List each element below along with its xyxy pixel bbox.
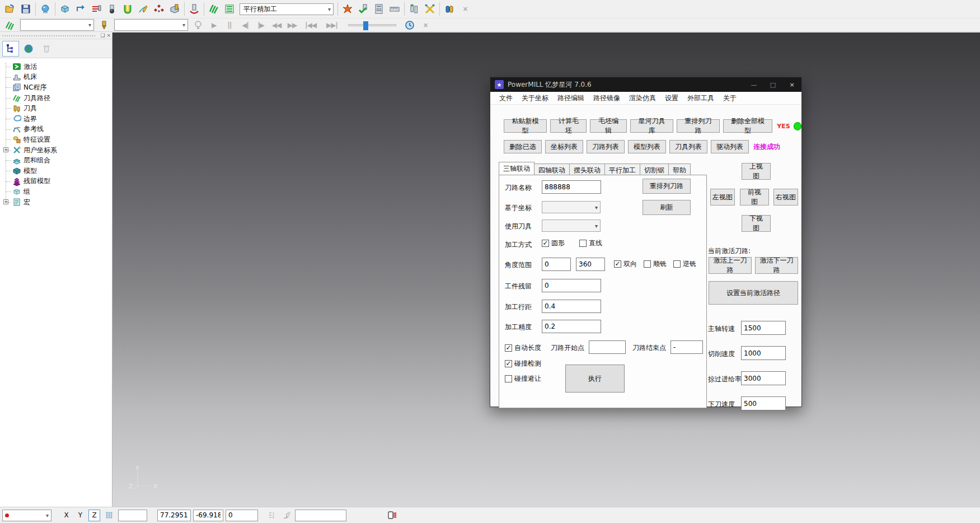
points-button[interactable]	[151, 2, 167, 16]
skim-feed-input[interactable]	[741, 371, 786, 385]
coord-list-toggle[interactable]: xyz	[266, 509, 278, 521]
undercut-button[interactable]	[186, 2, 202, 16]
spindle-speed-input[interactable]	[741, 321, 786, 335]
auto-length-checkbox[interactable]: ✓自动长度	[505, 343, 541, 353]
toolpath-list-button[interactable]	[222, 2, 237, 16]
minimize-button[interactable]: —	[744, 77, 763, 92]
strategy-fox-button[interactable]	[340, 2, 355, 16]
tab-swivel-head[interactable]: 摆头联动	[569, 164, 605, 175]
menu-settings[interactable]: 设置	[660, 94, 683, 103]
tree-item-workplanes[interactable]: +用户坐标系	[3, 145, 112, 156]
method-circle-checkbox[interactable]: ✓圆形	[542, 239, 565, 248]
rewind-button[interactable]: ◀◀	[269, 20, 284, 31]
menu-path-mirror[interactable]: 路径镜像	[589, 94, 625, 103]
method-line-checkbox[interactable]: 直线	[579, 239, 602, 248]
menu-external-tools[interactable]: 外部工具	[683, 94, 719, 103]
step-back-button[interactable]: ◀|	[237, 20, 253, 31]
tree-item-stock-models[interactable]: 残留模型	[3, 176, 112, 187]
simulation-speed-slider[interactable]	[348, 24, 396, 26]
anchor-point-button[interactable]	[280, 509, 293, 521]
stepover-input[interactable]	[542, 300, 601, 313]
simulation-toolpath-combobox[interactable]: ▾	[20, 19, 94, 31]
collision-avoid-checkbox[interactable]: 碰撞避让	[505, 374, 541, 384]
collision-check-checkbox[interactable]: ✓碰撞检测	[505, 359, 541, 368]
tree-item-feature-sets[interactable]: 特征设置	[3, 134, 112, 145]
explorer-trash-tab[interactable]	[38, 41, 55, 57]
toolpath-list-button[interactable]: 刀路列表	[587, 140, 625, 153]
paste-model-button[interactable]: 粘贴新模型	[504, 119, 547, 133]
explorer-tree-tab[interactable]	[2, 41, 19, 57]
angle-to-input[interactable]	[576, 258, 605, 271]
play-button[interactable]: ▶	[206, 20, 222, 31]
tree-item-machine[interactable]: 机床	[3, 72, 112, 83]
open-project-button[interactable]	[2, 2, 18, 16]
tool-list-button[interactable]: 刀具列表	[669, 140, 707, 153]
plunge-speed-input[interactable]	[741, 396, 786, 410]
viewmill-button[interactable]	[37, 2, 53, 16]
pattern-button[interactable]	[135, 2, 151, 16]
axis-x-toggle[interactable]: X	[60, 510, 72, 521]
tree-item-levels-sets[interactable]: 层和组合	[3, 155, 112, 166]
menu-path-edit[interactable]: 路径编辑	[553, 94, 589, 103]
dialog-titlebar[interactable]: ★ PowerMILL 忆梦星河 7.0.6 — □ ×	[490, 77, 801, 92]
axis-y-toggle[interactable]: Y	[74, 510, 86, 521]
simulation-tool-button[interactable]	[96, 20, 112, 31]
menu-about-coords[interactable]: 关于坐标	[517, 94, 553, 103]
rearrange-button[interactable]: 重排列刀路	[643, 179, 691, 194]
block-button[interactable]	[57, 2, 73, 16]
nc-program-settings-button[interactable]	[88, 2, 104, 16]
menu-render-sim[interactable]: 渲染仿真	[625, 94, 660, 103]
activate-next-toolpath-button[interactable]: 激活下一刀路	[755, 257, 798, 274]
simulation-logo-button[interactable]	[2, 20, 18, 31]
view-right-button[interactable]: 右视图	[773, 189, 798, 206]
coord-select[interactable]: ▾	[542, 201, 601, 213]
tool-library-button[interactable]: 星河刀具库	[630, 119, 673, 133]
fast-forward-button[interactable]: ▶▶	[284, 20, 300, 31]
close-button[interactable]: ×	[782, 77, 801, 92]
angle-from-input[interactable]	[542, 258, 571, 271]
tree-item-nc-programs[interactable]: NC程序	[3, 82, 112, 93]
toolpath-box-button[interactable]	[167, 2, 182, 16]
tool-ball-button[interactable]	[104, 2, 120, 16]
grid-size-input[interactable]	[118, 510, 147, 521]
cursor-x-input[interactable]	[157, 510, 191, 521]
clipboard-status-button[interactable]	[385, 509, 398, 521]
simulation-close-button[interactable]: ×	[418, 20, 433, 31]
view-top-button[interactable]: 上视图	[742, 163, 771, 180]
item-color-combobox[interactable]: ▾	[2, 510, 51, 521]
compare-models-button[interactable]	[442, 2, 457, 16]
tree-item-patterns[interactable]: 参考线	[3, 124, 112, 135]
menu-file[interactable]: 文件	[495, 94, 517, 103]
calc-stock-button[interactable]: 计算毛坯	[550, 119, 587, 133]
go-to-end-button[interactable]: ▶▶|	[321, 20, 343, 31]
stock-input[interactable]	[542, 279, 601, 292]
toolbar-close-button[interactable]: ×	[457, 2, 473, 16]
tree-item-tools[interactable]: 刀具	[3, 103, 112, 114]
save-project-button[interactable]	[18, 2, 34, 16]
bidirectional-checkbox[interactable]: ✓双向	[614, 259, 637, 269]
edit-stock-button[interactable]: 毛坯编辑	[590, 119, 627, 133]
tree-item-models[interactable]: 模型	[3, 166, 112, 176]
toolpath-name-input[interactable]	[542, 180, 601, 194]
slider-handle[interactable]	[363, 21, 368, 30]
delete-all-models-button[interactable]: 删除全部模型	[723, 119, 772, 133]
view-front-button[interactable]: 前视图	[740, 189, 769, 206]
set-active-path-button[interactable]: 设置当前激活路径	[709, 281, 798, 305]
cursor-z-input[interactable]	[226, 510, 258, 521]
tree-item-toolpaths[interactable]: 刀具路径	[3, 93, 112, 104]
drive-list-button[interactable]: 驱动列表	[711, 140, 749, 153]
cutting-speed-input[interactable]	[741, 346, 786, 360]
tree-item-macros[interactable]: +宏	[3, 197, 112, 208]
tool-verify-button[interactable]	[355, 2, 371, 16]
view-left-button[interactable]: 左视图	[710, 189, 735, 206]
tab-help[interactable]: 帮助	[668, 164, 691, 175]
simulation-clock-button[interactable]	[402, 20, 418, 31]
model-list-button[interactable]: 模型列表	[628, 140, 666, 153]
cross-tools-button[interactable]	[422, 2, 438, 16]
explorer-web-tab[interactable]	[20, 41, 37, 57]
menu-about[interactable]: 关于	[719, 94, 741, 103]
step-forward-button[interactable]: |▶	[253, 20, 269, 31]
strategy-combobox[interactable]: 平行精加工 ▾	[240, 3, 334, 15]
pause-button[interactable]: ||	[222, 20, 237, 31]
activate-prev-toolpath-button[interactable]: 激活上一刀路	[709, 257, 752, 274]
